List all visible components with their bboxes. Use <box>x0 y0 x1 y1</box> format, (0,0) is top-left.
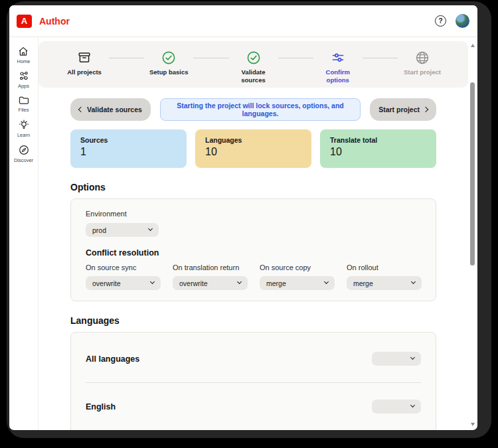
conflict-label: On translation return <box>173 263 248 271</box>
environment-dropdown[interactable]: prod <box>86 223 159 237</box>
conflict-resolution-row: On source sync overwrite On translation … <box>86 263 421 290</box>
back-button-label: Validate sources <box>87 106 142 113</box>
sources-card: Sources 1 <box>70 129 187 168</box>
sidebar-item-learn[interactable]: Learn <box>17 119 30 138</box>
conflict-label: On source copy <box>260 263 335 271</box>
sidebar-item-discover[interactable]: Discover <box>14 144 33 163</box>
source-copy-dropdown[interactable]: merge <box>260 276 335 290</box>
compass-icon <box>18 144 30 156</box>
chevron-down-icon <box>150 279 155 284</box>
step-label: Validate sources <box>232 68 276 85</box>
lock-info-banner: Starting the project will lock sources, … <box>160 98 361 121</box>
step-validate-sources[interactable]: Validate sources <box>232 50 276 85</box>
apps-icon <box>18 70 30 82</box>
conflict-source-copy: On source copy merge <box>260 263 335 290</box>
check-circle-icon <box>161 50 176 66</box>
languages-panel: All languages English <box>70 332 436 430</box>
source-sync-dropdown[interactable]: overwrite <box>86 276 161 290</box>
chevron-down-icon <box>411 279 416 284</box>
stat-label: Sources <box>80 136 177 144</box>
options-heading: Options <box>70 182 436 192</box>
check-circle-icon <box>246 50 261 66</box>
wizard-stepper: All projects Setup basics Validate sourc… <box>39 41 468 88</box>
stat-label: Languages <box>205 136 301 144</box>
scrollbar-thumb[interactable] <box>470 82 475 265</box>
dropdown-value: overwrite <box>179 279 208 287</box>
sidebar-item-label: Discover <box>14 157 33 163</box>
step-confirm-options[interactable]: Confirm options <box>316 50 360 85</box>
stepper-connector <box>193 58 228 58</box>
archive-box-icon <box>77 50 92 66</box>
conflict-label: On source sync <box>86 263 161 271</box>
chevron-down-icon <box>410 355 415 360</box>
back-validate-sources-button[interactable]: Validate sources <box>70 98 151 121</box>
dropdown-value: merge <box>353 279 373 287</box>
top-bar: A Author ? <box>9 5 477 37</box>
chevron-left-icon <box>78 107 84 112</box>
step-start-project[interactable]: Start project <box>400 50 444 76</box>
stat-label: Translate total <box>330 136 426 144</box>
step-all-projects[interactable]: All projects <box>62 50 106 76</box>
dropdown-value: overwrite <box>92 279 121 287</box>
languages-card: Languages 10 <box>195 129 311 168</box>
sidebar-item-label: Home <box>17 58 30 64</box>
step-setup-basics[interactable]: Setup basics <box>147 50 191 76</box>
action-toolbar: Validate sources Starting the project wi… <box>70 98 436 121</box>
all-languages-dropdown[interactable] <box>372 352 421 366</box>
environment-value: prod <box>92 226 106 234</box>
language-name: English <box>86 402 116 411</box>
start-button-label: Start project <box>378 106 420 113</box>
sidebar-item-home[interactable]: Home <box>17 46 30 64</box>
conflict-label: On rollout <box>347 263 422 271</box>
language-row-all: All languages <box>86 335 421 382</box>
device-frame: A Author ? Home Apps <box>7 1 491 438</box>
stat-value: 1 <box>80 146 177 158</box>
sidebar-item-files[interactable]: Files <box>18 95 30 113</box>
sidebar-item-label: Apps <box>18 83 29 89</box>
help-question-icon[interactable]: ? <box>435 15 446 27</box>
chevron-down-icon <box>324 279 329 284</box>
stat-value: 10 <box>330 146 426 158</box>
conflict-rollout: On rollout merge <box>347 263 422 290</box>
step-label: Start project <box>404 68 441 76</box>
translation-return-dropdown[interactable]: overwrite <box>173 276 248 290</box>
sidebar-item-apps[interactable]: Apps <box>18 70 30 89</box>
step-label: All projects <box>67 68 102 76</box>
dropdown-value: merge <box>266 279 286 287</box>
chevron-down-icon <box>148 226 153 231</box>
chevron-down-icon <box>410 403 415 408</box>
options-panel: Environment prod Conflict resolution On … <box>70 198 436 301</box>
stepper-connector <box>109 58 144 58</box>
conflict-resolution-heading: Conflict resolution <box>86 248 421 258</box>
app-title: Author <box>39 16 70 27</box>
language-row-english: English <box>86 382 421 430</box>
main-area: All projects Setup basics Validate sourc… <box>39 37 477 430</box>
sidebar: Home Apps Files Learn <box>9 37 39 430</box>
folder-icon <box>18 95 30 106</box>
adobe-logo-icon: A <box>17 15 32 28</box>
scroll-down-arrow-icon[interactable] <box>471 423 475 426</box>
languages-heading: Languages <box>70 315 436 326</box>
conflict-source-sync: On source sync overwrite <box>86 263 161 290</box>
chevron-down-icon <box>237 279 242 284</box>
user-avatar[interactable] <box>456 14 469 28</box>
chevron-right-icon <box>423 107 428 112</box>
language-name: All languages <box>86 354 139 364</box>
rollout-dropdown[interactable]: merge <box>347 276 422 290</box>
step-label: Confirm options <box>316 68 360 85</box>
scroll-up-arrow-icon[interactable] <box>471 44 475 47</box>
sidebar-item-label: Learn <box>17 132 30 138</box>
globe-icon <box>415 50 430 66</box>
step-label: Setup basics <box>149 68 189 76</box>
vertical-scrollbar[interactable] <box>469 41 477 429</box>
start-project-button[interactable]: Start project <box>370 98 436 121</box>
translate-total-card: Translate total 10 <box>320 129 436 168</box>
summary-cards: Sources 1 Languages 10 Translate total 1… <box>70 129 436 168</box>
stepper-connector <box>278 58 313 58</box>
conflict-translation-return: On translation return overwrite <box>173 263 248 290</box>
sidebar-item-label: Files <box>19 107 29 113</box>
lightbulb-icon <box>18 119 30 131</box>
environment-label: Environment <box>86 210 421 218</box>
english-dropdown[interactable] <box>372 400 421 413</box>
app-window: A Author ? Home Apps <box>9 5 477 430</box>
